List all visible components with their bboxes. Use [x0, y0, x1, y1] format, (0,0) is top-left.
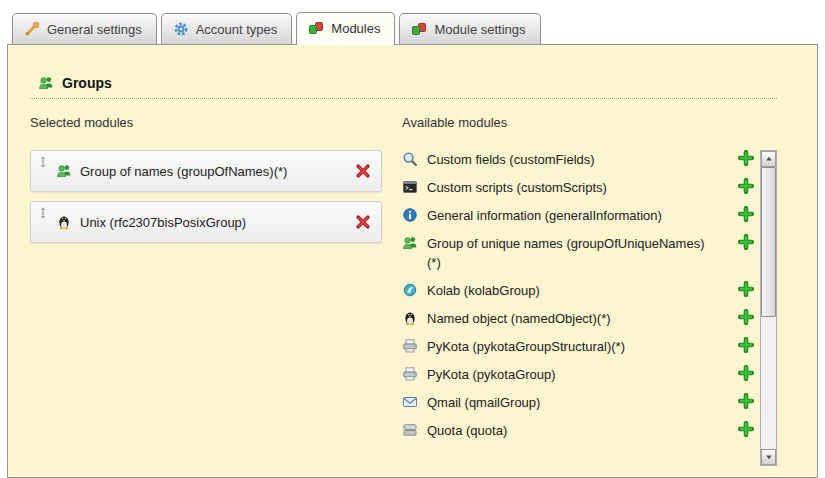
add-module-button[interactable]	[738, 393, 754, 409]
drag-handle-icon[interactable]	[36, 151, 50, 169]
tab-label: Account types	[196, 22, 278, 37]
scrollbar-track[interactable]	[761, 167, 776, 449]
section-heading-groups: Groups	[30, 75, 777, 99]
available-module-label: Custom scripts (customScripts)	[427, 178, 607, 197]
add-module-button[interactable]	[738, 421, 754, 437]
tools-icon	[24, 21, 40, 37]
tab-bar: General settings Account types Modules M…	[0, 0, 825, 44]
plus-icon	[738, 365, 754, 381]
arrow-down-icon	[764, 452, 774, 462]
available-module-row: PyKota (pykotaGroupStructural)(*)	[402, 337, 754, 356]
available-module-row: General information (generalInformation)	[402, 206, 754, 225]
disk-icon	[402, 422, 418, 438]
module-columns: Selected modules Group of names (groupOf…	[30, 115, 777, 466]
available-module-row: Quota (quota)	[402, 421, 754, 440]
modules-icon	[411, 21, 427, 37]
info-icon	[402, 207, 418, 223]
available-module-row: Named object (namedObject)(*)	[402, 309, 754, 328]
available-module-row: Custom fields (customFields)	[402, 150, 754, 169]
add-module-button[interactable]	[738, 206, 754, 222]
available-module-label: Kolab (kolabGroup)	[427, 281, 540, 300]
available-module-row: Kolab (kolabGroup)	[402, 281, 754, 300]
add-module-button[interactable]	[738, 150, 754, 166]
delete-x-icon	[355, 163, 371, 179]
plus-icon	[738, 309, 754, 325]
add-module-button[interactable]	[738, 365, 754, 381]
tab-modules[interactable]: Modules	[296, 12, 395, 45]
selected-modules-column: Selected modules Group of names (groupOf…	[30, 115, 382, 466]
remove-module-button[interactable]	[355, 214, 371, 230]
printer-icon	[402, 338, 418, 354]
tab-module-settings[interactable]: Module settings	[399, 13, 540, 44]
available-module-label: General information (generalInformation)	[427, 206, 662, 225]
plus-icon	[738, 150, 754, 166]
mail-icon	[402, 394, 418, 410]
available-modules-heading: Available modules	[402, 115, 777, 130]
printer-icon	[402, 366, 418, 382]
scroll-down-button[interactable]	[761, 449, 776, 465]
script-icon	[402, 179, 418, 195]
plus-icon	[738, 337, 754, 353]
gear-icon	[173, 21, 189, 37]
remove-module-button[interactable]	[355, 163, 371, 179]
add-module-button[interactable]	[738, 281, 754, 297]
section-title: Groups	[62, 75, 112, 91]
available-module-label: Named object (namedObject)(*)	[427, 309, 611, 328]
arrow-up-icon	[764, 154, 774, 164]
available-modules-scrollbar[interactable]	[760, 150, 777, 466]
tux-icon	[56, 214, 72, 230]
selected-module-label: Group of names (groupOfNames)(*)	[80, 164, 355, 179]
scrollbar-thumb[interactable]	[761, 167, 776, 317]
available-module-row: PyKota (pykotaGroup)	[402, 365, 754, 384]
available-module-label: Quota (quota)	[427, 421, 507, 440]
selected-module-row: Unix (rfc2307bisPosixGroup)	[30, 201, 382, 243]
available-modules-column: Available modules Custom fields (customF…	[402, 115, 777, 466]
add-module-button[interactable]	[738, 309, 754, 325]
available-module-label: Qmail (qmailGroup)	[427, 393, 540, 412]
selected-module-label: Unix (rfc2307bisPosixGroup)	[80, 215, 355, 230]
group-icon	[56, 163, 72, 179]
tux-icon	[402, 310, 418, 326]
available-module-row: Group of unique names (groupOfUniqueName…	[402, 234, 754, 272]
tab-label: Module settings	[434, 22, 525, 37]
modules-panel: Groups Selected modules Group of names (…	[7, 44, 818, 478]
plus-icon	[738, 281, 754, 297]
modules-icon	[308, 20, 324, 36]
selected-modules-heading: Selected modules	[30, 115, 382, 130]
available-modules-body: Custom fields (customFields) Custom scri…	[402, 150, 777, 466]
tab-label: General settings	[47, 22, 142, 37]
lam-config-page: General settings Account types Modules M…	[0, 0, 825, 478]
tab-account-types[interactable]: Account types	[161, 13, 293, 44]
group-icon	[402, 235, 418, 251]
available-module-label: PyKota (pykotaGroupStructural)(*)	[427, 337, 625, 356]
plus-icon	[738, 393, 754, 409]
plus-icon	[738, 234, 754, 250]
add-module-button[interactable]	[738, 178, 754, 194]
magnifier-icon	[402, 151, 418, 167]
add-module-button[interactable]	[738, 234, 754, 250]
plus-icon	[738, 178, 754, 194]
plus-icon	[738, 421, 754, 437]
kolab-icon	[402, 282, 418, 298]
available-module-row: Qmail (qmailGroup)	[402, 393, 754, 412]
tab-label: Modules	[331, 21, 380, 36]
selected-module-row: Group of names (groupOfNames)(*)	[30, 150, 382, 192]
available-module-row: Custom scripts (customScripts)	[402, 178, 754, 197]
delete-x-icon	[355, 214, 371, 230]
group-icon	[38, 75, 54, 91]
scroll-up-button[interactable]	[761, 151, 776, 167]
available-module-label: PyKota (pykotaGroup)	[427, 365, 556, 384]
available-module-label: Custom fields (customFields)	[427, 150, 595, 169]
drag-handle-icon[interactable]	[36, 202, 50, 220]
available-modules-list: Custom fields (customFields) Custom scri…	[402, 150, 754, 466]
tab-general-settings[interactable]: General settings	[12, 13, 157, 44]
plus-icon	[738, 206, 754, 222]
add-module-button[interactable]	[738, 337, 754, 353]
available-module-label: Group of unique names (groupOfUniqueName…	[427, 234, 705, 272]
